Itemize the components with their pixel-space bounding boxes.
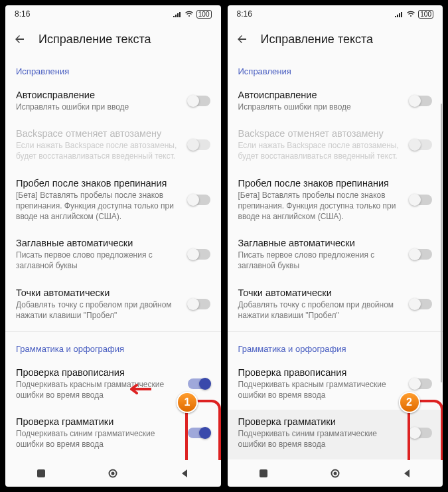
nav-bar [5,460,221,487]
wifi-icon [185,11,194,17]
spell-sub: Подчеркивать красным грамматические ошиб… [238,379,404,400]
row-caps[interactable]: Заглавные автоматически Писать первое сл… [228,231,443,280]
row-caps[interactable]: Заглавные автоматически Писать первое сл… [5,231,221,280]
status-icons: 100 [394,10,433,19]
space-sub: [Бета] Вставлять пробелы после знаков пр… [16,190,181,222]
row-backspace: Backspace отменяет автозамену Если нажат… [5,122,221,171]
nav-recents-icon[interactable] [258,468,269,479]
row-space[interactable]: Пробел после знаков препинания [Бета] Вс… [228,171,443,232]
autocorrect-sub: Исправлять ошибки при вводе [238,102,404,112]
page-title: Исправление текста [261,33,374,46]
row-grammar[interactable]: Проверка грамматики Подчеркивать синим г… [5,410,221,459]
row-space[interactable]: Пробел после знаков препинания [Бета] Вс… [5,171,221,232]
phone-left: 8:16 100 Исправление текста Исправления … [4,4,222,488]
dots-sub: Добавлять точку с пробелом при двойном н… [16,299,181,321]
nav-bar [228,460,443,487]
caps-toggle[interactable] [188,249,210,260]
arrow-left-icon [14,33,26,45]
wifi-icon [406,11,415,17]
autocorrect-title: Автоисправление [16,90,181,100]
space-toggle[interactable] [410,195,432,205]
space-title: Пробел после знаков препинания [16,178,181,189]
app-bar: Исправление текста [5,23,221,56]
page-title: Исправление текста [38,33,151,46]
status-time: 8:16 [15,9,30,19]
row-dots[interactable]: Точки автоматически Добавлять точку с пр… [5,281,221,330]
battery-icon: 100 [418,10,433,19]
space-sub: [Бета] Вставлять пробелы после знаков пр… [238,190,404,222]
svg-point-2 [112,472,115,475]
svg-rect-0 [37,469,45,477]
caps-title: Заглавные автоматически [238,238,404,248]
backspace-toggle [188,139,210,150]
battery-icon: 100 [196,10,212,19]
backspace-title: Backspace отменяет автозамену [16,128,181,139]
spell-title: Проверка правописания [238,367,404,378]
arrow-left-icon [236,33,248,45]
autocorrect-toggle[interactable] [410,96,432,106]
annotation-badge-2: 2 [399,392,420,413]
backspace-title: Backspace отменяет автозамену [238,128,404,139]
autocorrect-sub: Исправлять ошибки при вводе [16,102,181,112]
backspace-toggle [410,139,432,150]
phone-right: 8:16 100 Исправление текста Исправления … [226,4,445,488]
backspace-sub: Если нажать Backspace после автозамены, … [238,140,404,161]
autocorrect-toggle[interactable] [188,96,210,106]
caps-sub: Писать первое слово предложения с заглав… [16,250,181,271]
status-icons: 100 [173,10,212,19]
nav-back-icon[interactable] [402,468,412,479]
dots-sub: Добавлять точку с пробелом при двойном н… [238,299,404,321]
dots-title: Точки автоматически [238,287,404,298]
spell-toggle[interactable] [410,378,432,389]
nav-home-icon[interactable] [330,468,340,479]
content: Исправления Автоисправление Исправлять о… [228,56,443,460]
back-button[interactable] [13,33,27,46]
caps-title: Заглавные автоматически [16,238,181,248]
status-bar: 8:16 100 [5,5,221,23]
divider [5,331,221,332]
signal-icon [173,11,182,17]
status-bar: 8:16 100 [228,5,443,23]
row-backspace: Backspace отменяет автозамену Если нажат… [228,122,443,171]
row-autocorrect[interactable]: Автоисправление Исправлять ошибки при вв… [228,83,443,122]
grammar-sub: Подчеркивать синим грамматические ошибки… [16,428,181,450]
spell-sub: Подчеркивать красным грамматические ошиб… [16,379,181,400]
nav-recents-icon[interactable] [36,468,46,479]
dots-toggle[interactable] [188,299,210,309]
row-grammar[interactable]: Проверка грамматики Подчеркивать синим г… [228,410,443,459]
caps-toggle[interactable] [410,249,432,260]
grammar-toggle[interactable] [188,428,210,438]
dots-toggle[interactable] [410,299,432,309]
caps-sub: Писать первое слово предложения с заглав… [238,250,404,271]
section-corrections: Исправления [228,56,443,83]
grammar-title: Проверка грамматики [238,416,404,427]
space-title: Пробел после знаков препинания [238,178,404,189]
app-bar: Исправление текста [228,23,443,56]
backspace-sub: Если нажать Backspace после автозамены, … [16,140,181,161]
section-corrections: Исправления [5,56,221,83]
grammar-title: Проверка грамматики [16,416,181,427]
signal-icon [394,11,404,17]
section-grammar: Грамматика и орфография [5,333,221,361]
back-button[interactable] [236,33,249,46]
nav-home-icon[interactable] [108,468,118,479]
dots-title: Точки автоматически [16,287,181,298]
grammar-sub: Подчеркивать синим грамматические ошибки… [238,428,404,450]
space-toggle[interactable] [188,195,210,205]
status-time: 8:16 [237,9,252,19]
grammar-toggle[interactable] [410,428,432,438]
row-autocorrect[interactable]: Автоисправление Исправлять ошибки при вв… [5,83,221,122]
svg-rect-3 [260,469,267,477]
autocorrect-title: Автоисправление [238,90,404,100]
annotation-arrow-icon [125,382,147,394]
divider [228,331,443,332]
row-dots[interactable]: Точки автоматически Добавлять точку с пр… [228,281,443,330]
annotation-badge-1: 1 [177,392,198,413]
nav-back-icon[interactable] [179,468,190,479]
scrollbar[interactable] [441,104,442,382]
section-grammar: Грамматика и орфография [228,333,443,361]
svg-point-5 [333,472,336,475]
content: Исправления Автоисправление Исправлять о… [5,56,221,460]
spell-title: Проверка правописания [16,367,181,378]
spell-toggle[interactable] [188,378,210,389]
